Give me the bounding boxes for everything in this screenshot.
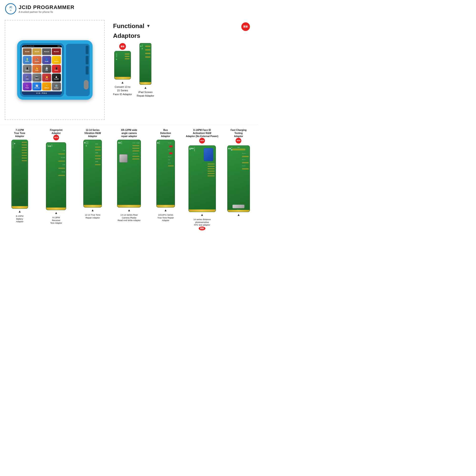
adaptor-fast-charging-arrow: ▲ <box>237 213 240 216</box>
adaptor-faceid-x14-title: X-14PM Face IDActivation/ R&WAdaptor (No… <box>186 129 218 143</box>
adaptors-row: 7-11PMTrue ToneAdaptor 超声触控Display/Touch… <box>2 129 256 230</box>
svg-point-0 <box>5 3 16 14</box>
app-crash[interactable]: 💥Crash <box>42 73 51 82</box>
battery-status: 50% <box>57 46 60 47</box>
app-camera[interactable]: 📷Camera <box>32 73 41 82</box>
device-screen-part: V1S Pro V1.67(1.67) 50% BGA60 BGA70 BGA1… <box>20 43 64 97</box>
app-earpiece[interactable]: 🔊Earpiece <box>32 56 41 64</box>
face-id-label: Convert 13 to15 SeriesFace ID Adaptor <box>113 85 132 96</box>
side-button-3[interactable] <box>86 66 88 74</box>
adaptor-wide-camera-bottom: 13-14 Series RearCamera /RadarRead And W… <box>118 214 140 222</box>
device-back <box>66 44 90 96</box>
adaptor-vibration-arrow: ▲ <box>91 208 94 212</box>
app-battery[interactable]: 🔋Battery <box>23 56 32 64</box>
brand-name: JCID PROGRAMMER <box>18 4 74 11</box>
header: JC ID JCID PROGRAMMER A trusted partner … <box>0 0 258 17</box>
adaptor-wide-camera-title: XR-12PM wideangle camerarepair adaptor <box>121 129 137 138</box>
bga315-chip: BGA315 <box>52 48 61 55</box>
adaptor-7-11pm: 7-11PMTrue ToneAdaptor 超声触控Display/Touch… <box>2 129 37 223</box>
adaptor-bus-bottom: 13/14Pro SeriesTrue Tone RepairAdaptor <box>157 214 174 222</box>
device-brand-label: VIS PRO <box>22 91 62 95</box>
brand-tagline: A trusted partner for phone fix <box>18 11 74 13</box>
app-faceid[interactable]: 👤FaceID <box>42 56 51 64</box>
adaptor-faceid-x14-pcb: X-14PM面部识别激活与读写(无需外部供电) <box>188 145 216 212</box>
adaptor-7-11pm-bottom: 8-15PMBatteryAdaptor <box>16 215 24 223</box>
adaptor-7-11pm-pcb: 超声触控Display/Touch <box>11 140 28 209</box>
ipad-screen-adaptor-item: IPAD屏幕读写小板 ▲ iPad ScreenRepair Adaptor <box>137 43 154 98</box>
apps-grid: 🔋Battery 🔊Earpiece 👤FaceID ☀️Truetone 📳V… <box>23 56 61 90</box>
side-button-2[interactable] <box>86 56 88 64</box>
app-chip[interactable]: 💾Chip <box>42 65 51 73</box>
new-badge-faceid-x14: NEW <box>199 138 205 143</box>
adaptor-fast-charging: Fast ChargingTestingAdaptorNEW 14系列距离感光感… <box>221 129 256 218</box>
face-id-pcb: 15S/PM 指纹 <box>114 51 131 80</box>
adaptor-showcase: 新款 15S/PM 指纹 ▲ Convert 13 to15 Series <box>113 43 250 98</box>
logo-text: JCID PROGRAMMER A trusted partner for ph… <box>18 4 74 13</box>
new-badge-main: 新款 <box>241 22 250 31</box>
adaptor-fast-charging-title: Fast ChargingTestingAdaptorNEW <box>231 129 247 143</box>
ipad-arrow: ▲ <box>144 86 147 89</box>
face-id-arrow: ▲ <box>121 81 124 84</box>
adaptor-wide-camera-pcb: V1SE超广角/微距读写小板 XS 官广 广角相机 广角 Camera <box>117 140 141 207</box>
bga110-chip: BGA110 <box>42 48 51 55</box>
bottom-section: 7-11PMTrue ToneAdaptor 超声触控Display/Touch… <box>0 125 258 234</box>
screen-status-bar: V1S Pro V1.67(1.67) 50% <box>22 45 62 47</box>
functional-panel: Functional ▼ Adaptors 新款 新款 15S/PM 指纹 <box>109 20 254 120</box>
adaptor-faceid-x14-arrow: ▲ <box>200 213 204 216</box>
dropdown-arrow[interactable]: ▼ <box>146 24 151 29</box>
adaptor-fingerprint-pcb: V1S指纹串号读写小板V1.0 7-8P 6S-6SP 6-6P 5S-SE <box>46 142 66 210</box>
device-area: V1S Pro V1.67(1.67) 50% BGA60 BGA70 BGA1… <box>5 20 105 120</box>
adaptor-vibration-title: 12-14 SeriesVibration R&WAdaptor <box>84 129 101 138</box>
app-vibrator[interactable]: 📳Vibrator <box>23 65 32 73</box>
device-right-part <box>66 43 90 97</box>
logo-icon: JC ID <box>5 3 17 15</box>
adaptor-fingerprint: FingerprintAdaptorNEW V1S指纹串号读写小板V1.0 7-… <box>39 129 73 225</box>
device-oval <box>84 80 88 89</box>
adaptor-faceid-x14-bottom: 14 series distancephotosensitiveFPC test… <box>193 218 211 230</box>
bga60-chip: BGA60 <box>23 48 32 55</box>
adaptor-wide-camera: XR-12PM wideangle camerarepair adaptor V… <box>112 129 146 222</box>
app-jailbreak[interactable]: 🔓JailBreak <box>42 82 51 90</box>
app-cable[interactable]: 🔌Cable <box>23 73 32 82</box>
app-finger[interactable]: 👆Finger <box>32 65 41 73</box>
functional-title: Functional ▼ <box>113 22 151 30</box>
ipad-screen-pcb: IPAD屏幕读写小板 <box>139 43 151 85</box>
app-purple[interactable]: 🟣Purple <box>23 82 32 90</box>
screen-content: BGA60 BGA70 BGA110 BGA315 🔋Battery 🔊Earp… <box>22 47 62 91</box>
adaptor-fingerprint-title: FingerprintAdaptorNEW <box>50 129 63 140</box>
adaptor-vibration-bottom: 12-14 True ToneRepair Adaptor <box>85 214 101 219</box>
adaptor-bus-pcb: V1SE总线检测小板 IC-G5A IC-SC VCC1.8 GND IIC t… <box>156 140 175 207</box>
adaptor-7-11pm-arrow: ▲ <box>18 210 21 213</box>
adaptor-vibration-pcb: V1SE12-14系列震动读写小板 14PM 13MM 12MM <box>83 140 102 207</box>
adaptor-faceid-x14: X-14PM Face IDActivation/ R&WAdaptor (No… <box>185 129 219 230</box>
new-badge-dist: 新款 <box>199 227 205 230</box>
functional-subtitle: Adaptors <box>113 32 151 39</box>
new-badge-fingerprint: NEW <box>53 135 59 140</box>
adaptor-fast-charging-pcb: 14系列距离感光感应测试小板 Input Reserve Reserve Res… <box>227 145 250 212</box>
logo-area: JC ID JCID PROGRAMMER A trusted partner … <box>5 3 74 15</box>
adaptor-7-11pm-title: 7-11PMTrue ToneAdaptor <box>14 129 25 138</box>
new-badge-fast-charging: NEW <box>236 138 241 143</box>
svg-text:ID: ID <box>10 10 12 11</box>
app-recovery[interactable]: 🔄+Recovery <box>32 82 41 90</box>
top-section: V1S Pro V1.67(1.67) 50% BGA60 BGA70 BGA1… <box>0 17 258 122</box>
adaptor-bus: BusDetectionAdaptor V1SE总线检测小板 IC-G5A IC… <box>148 129 183 222</box>
app-screen[interactable]: 📱Screen <box>52 65 61 73</box>
device-mockup: V1S Pro V1.67(1.67) 50% BGA60 BGA70 BGA1… <box>17 40 93 100</box>
app-truetone[interactable]: ☀️Truetone <box>52 56 61 64</box>
bga-row: BGA60 BGA70 BGA110 BGA315 <box>23 48 61 55</box>
svg-text:JC: JC <box>9 6 12 9</box>
adaptor-fingerprint-arrow: ▲ <box>54 211 58 214</box>
adaptor-wide-camera-arrow: ▲ <box>128 208 131 212</box>
pcb-face-id-label: 15S/PM 指纹 <box>115 52 118 58</box>
adaptor-fingerprint-bottom: 8-13PMReceiverTest Adaptor <box>50 216 62 225</box>
app-checkm8[interactable]: ♟CheckM8 <box>52 73 61 82</box>
adaptor-bus-arrow: ▲ <box>164 208 167 212</box>
adaptor-bus-title: BusDetectionAdaptor <box>160 129 171 138</box>
device-model: V1S Pro V1.67(1.67) <box>23 46 34 47</box>
face-id-adaptor-item: 新款 15S/PM 指纹 ▲ Convert 13 to15 Series <box>113 43 132 96</box>
adaptor-vibration: 12-14 SeriesVibration R&WAdaptor V1SE12-… <box>75 129 110 219</box>
new-badge-faceid: 新款 <box>119 43 126 50</box>
app-settings[interactable]: ⚙️Settings <box>52 82 61 90</box>
side-button-1[interactable] <box>86 46 88 54</box>
